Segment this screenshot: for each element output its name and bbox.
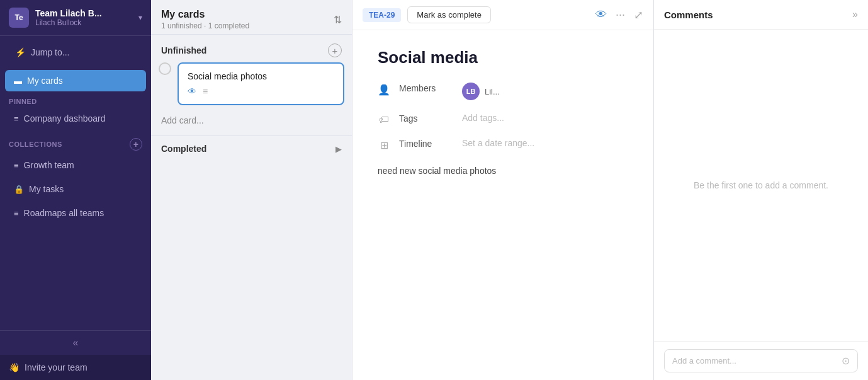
chevron-down-icon: ▾ — [138, 13, 142, 22]
add-card-button[interactable]: Add card... — [151, 110, 352, 135]
sidebar-item-growth-team[interactable]: ≡ Growth team — [5, 154, 146, 176]
sidebar-item-roadmaps[interactable]: ≡ Roadmaps all teams — [5, 202, 146, 224]
member-name: Lil... — [485, 87, 500, 96]
detail-title: Social media — [378, 48, 628, 67]
members-label: Members — [399, 83, 462, 93]
arrow-right-icon: ▶ — [335, 144, 342, 154]
members-field: 👤 Members LB Lil... — [378, 83, 628, 100]
company-dashboard-label: Company dashboard — [24, 113, 106, 124]
completed-section-header[interactable]: Completed ▶ — [151, 135, 352, 161]
growth-team-label: Growth team — [24, 160, 74, 170]
collections-section: Collections + — [0, 130, 151, 153]
add-collection-button[interactable]: + — [130, 138, 142, 151]
sidebar-team-name: Team Lilach B... — [35, 8, 102, 18]
filter-icon[interactable]: ⇅ — [334, 14, 342, 26]
cards-panel: My cards 1 unfinished · 1 completed ⇅ Un… — [151, 0, 352, 380]
detail-description: need new social media photos — [378, 164, 628, 178]
card-title: Social media photos — [188, 71, 334, 81]
timeline-value[interactable]: Set a date range... — [462, 138, 534, 148]
cards-title: My cards — [161, 9, 249, 20]
add-unfinished-button[interactable]: + — [328, 43, 342, 57]
sidebar-invite[interactable]: 👋 Invite your team — [0, 355, 151, 380]
timeline-field: ⊞ Timeline Set a date range... — [378, 138, 628, 151]
jump-to-label: Jump to... — [31, 47, 69, 57]
card-id-badge: TEA-29 — [363, 8, 401, 22]
members-value[interactable]: LB Lil... — [462, 83, 500, 100]
detail-toolbar: TEA-29 Mark as complete 👁 ··· ⤢ — [352, 0, 653, 30]
member-avatar: LB — [462, 83, 480, 100]
more-options-icon[interactable]: ··· — [616, 8, 625, 21]
tags-value[interactable]: Add tags... — [462, 113, 504, 123]
sidebar-item-company-dashboard[interactable]: ≡ Company dashboard — [5, 108, 146, 129]
tags-label: Tags — [399, 113, 462, 124]
lightning-icon: ⚡ — [15, 47, 26, 57]
cards-subtitle: 1 unfinished · 1 completed — [161, 21, 249, 30]
comments-empty-message: Be the first one to add a comment. — [654, 30, 868, 341]
card-checkbox[interactable] — [159, 62, 171, 75]
my-tasks-label: My tasks — [29, 184, 64, 194]
send-icon[interactable]: ⊙ — [842, 355, 850, 367]
sidebar: Te Team Lilach B... Lilach Bullock ▾ ⚡ J… — [0, 0, 151, 380]
expand-comments-icon[interactable]: » — [852, 9, 858, 20]
sidebar-item-my-cards-label: My cards — [27, 76, 63, 86]
sidebar-collapse-button[interactable]: « — [0, 331, 151, 355]
person-icon: 👤 — [378, 84, 390, 96]
timeline-placeholder: Set a date range... — [462, 138, 534, 148]
collapse-icon: « — [73, 337, 79, 348]
comments-header: Comments » — [654, 0, 868, 30]
dashboard-icon: ≡ — [14, 114, 19, 124]
tags-field: 🏷 Tags Add tags... — [378, 113, 628, 125]
detail-content: Social media 👤 Members LB Lil... 🏷 Tags … — [352, 30, 653, 193]
timeline-label: Timeline — [399, 138, 462, 149]
eye-icon: 👁 — [188, 86, 196, 96]
comments-input-area: ⊙ — [654, 341, 868, 380]
timeline-icon: ⊞ — [378, 139, 390, 151]
unfinished-label: Unfinished — [161, 45, 206, 55]
sidebar-team-header[interactable]: Te Team Lilach B... Lilach Bullock ▾ — [0, 0, 151, 36]
sidebar-avatar: Te — [9, 8, 29, 28]
pinned-label: Pinned — [0, 93, 151, 107]
toolbar-icons: 👁 ··· ⤢ — [595, 8, 643, 22]
comment-input-wrap: ⊙ — [664, 349, 858, 372]
sidebar-item-my-tasks[interactable]: 🔒 My tasks — [5, 178, 146, 200]
expand-icon[interactable]: ⤢ — [634, 8, 643, 22]
roadmap-icon: ≡ — [14, 209, 19, 218]
comment-input[interactable] — [672, 356, 842, 366]
tag-icon: 🏷 — [378, 114, 390, 125]
wave-icon: 👋 — [9, 362, 20, 372]
social-media-photos-card[interactable]: Social media photos 👁 ≡ — [178, 62, 344, 105]
roadmaps-label: Roadmaps all teams — [24, 208, 104, 218]
cards-icon: ▬ — [14, 76, 22, 86]
collections-label: Collections — [9, 141, 62, 148]
detail-panel: TEA-29 Mark as complete 👁 ··· ⤢ Social m… — [352, 0, 654, 380]
watch-icon[interactable]: 👁 — [595, 8, 607, 21]
completed-label: Completed — [161, 144, 206, 154]
unfinished-section-header: Unfinished + — [151, 35, 352, 62]
list-icon: ≡ — [14, 161, 19, 170]
lock-icon: 🔒 — [14, 185, 24, 194]
invite-label: Invite your team — [25, 362, 87, 372]
comments-title: Comments — [664, 9, 713, 20]
tags-placeholder: Add tags... — [462, 113, 504, 123]
sidebar-jump-to[interactable]: ⚡ Jump to... — [6, 41, 145, 64]
sidebar-item-my-cards[interactable]: ▬ My cards — [5, 70, 146, 91]
card-icons: 👁 ≡ — [188, 86, 334, 96]
comments-panel: Comments » Be the first one to add a com… — [654, 0, 868, 380]
sidebar-user-name: Lilach Bullock — [35, 18, 102, 27]
mark-complete-button[interactable]: Mark as complete — [407, 6, 491, 23]
sidebar-footer: « 👋 Invite your team — [0, 330, 151, 380]
lines-icon: ≡ — [203, 86, 208, 96]
cards-header: My cards 1 unfinished · 1 completed ⇅ — [151, 0, 352, 35]
